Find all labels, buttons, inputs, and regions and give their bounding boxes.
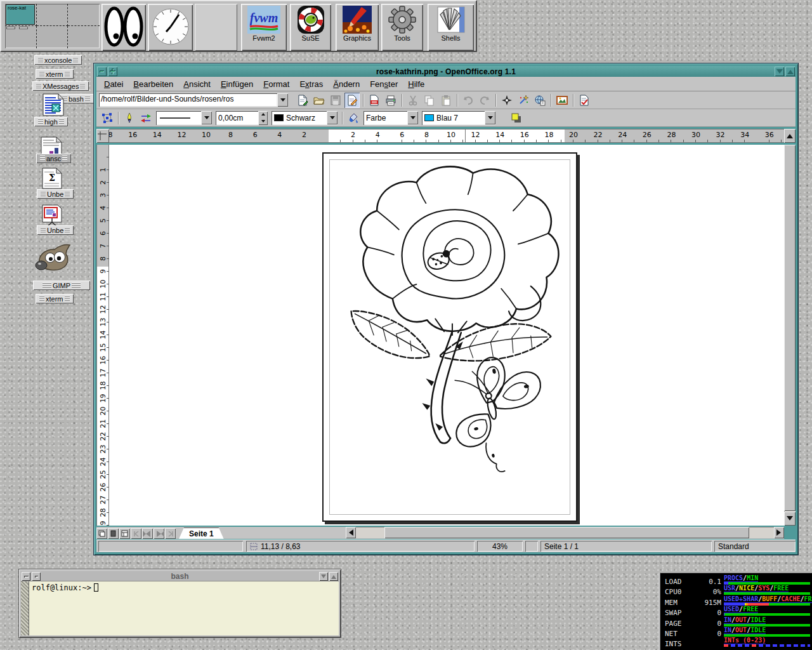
cut-button[interactable] bbox=[405, 93, 421, 108]
menu-fenster[interactable]: Fenster bbox=[365, 78, 403, 90]
menu-format[interactable]: Format bbox=[258, 78, 294, 90]
iconified-gimp[interactable] bbox=[33, 241, 77, 279]
terminal-title-bar[interactable]: bash bbox=[21, 571, 339, 581]
scroll-down-button[interactable] bbox=[784, 512, 796, 526]
terminal-screen[interactable]: rolf@linux:~> bbox=[21, 581, 339, 635]
hyperlink-button[interactable] bbox=[532, 93, 547, 108]
maximize-button[interactable] bbox=[329, 572, 338, 581]
window-stick-button[interactable] bbox=[108, 67, 117, 76]
master-view-button[interactable] bbox=[108, 528, 119, 539]
window-stick-button[interactable] bbox=[32, 572, 41, 581]
scroll-left-button[interactable] bbox=[346, 527, 356, 538]
gallery-button[interactable] bbox=[554, 93, 570, 108]
clock-applet[interactable] bbox=[148, 4, 193, 51]
line-color-select[interactable]: Schwarz bbox=[272, 111, 337, 125]
xeyes-applet[interactable] bbox=[102, 4, 146, 51]
menu-extras[interactable]: Extras bbox=[294, 78, 328, 90]
autopilot-button[interactable] bbox=[516, 93, 531, 108]
first-page-button[interactable] bbox=[131, 528, 141, 539]
title-bar[interactable]: rose-kathrin.png - OpenOffice.org 1.1 bbox=[96, 66, 796, 77]
maximize-button[interactable] bbox=[785, 67, 795, 76]
ruler-origin-button[interactable] bbox=[96, 129, 109, 143]
iconified-high[interactable]: high bbox=[34, 117, 68, 126]
iconified-math-doc[interactable]: Σ bbox=[41, 167, 63, 192]
window-menu-button[interactable] bbox=[97, 67, 107, 76]
menu-ansicht[interactable]: Ansicht bbox=[178, 78, 216, 90]
menu-einfgen[interactable]: Einfügen bbox=[216, 78, 258, 90]
fill-color-dropdown[interactable] bbox=[485, 111, 495, 124]
fill-style-dropdown[interactable] bbox=[407, 111, 418, 124]
vertical-scrollbar[interactable] bbox=[784, 145, 796, 526]
copy-button[interactable] bbox=[422, 93, 437, 108]
pager-desk-6[interactable] bbox=[68, 26, 100, 48]
fill-style-value[interactable]: Farbe bbox=[363, 114, 407, 123]
check-document-button[interactable] bbox=[577, 93, 592, 108]
next-page-button[interactable] bbox=[154, 528, 164, 539]
horizontal-scrollbar[interactable] bbox=[346, 527, 784, 539]
line-style-select[interactable] bbox=[156, 111, 212, 125]
drawing-canvas[interactable] bbox=[109, 145, 784, 526]
horizontal-ruler[interactable]: 1816141210864224681012141618202224262830… bbox=[109, 129, 784, 143]
line-color-dropdown[interactable] bbox=[327, 111, 337, 124]
status-style-cell[interactable]: Standard bbox=[714, 541, 796, 552]
scroll-right-button[interactable] bbox=[774, 527, 784, 538]
pager-mini-window[interactable]: rose-kat bbox=[6, 4, 35, 25]
terminal-scrollbar[interactable] bbox=[21, 581, 29, 635]
pager-desk-2[interactable] bbox=[37, 4, 69, 26]
line-pen-button[interactable] bbox=[122, 110, 137, 126]
pager-desk-3[interactable] bbox=[68, 4, 100, 26]
iconified-ansc[interactable]: ansc bbox=[36, 154, 71, 163]
redo-button[interactable] bbox=[477, 93, 492, 108]
status-zoom-cell[interactable]: 43% bbox=[477, 541, 523, 552]
launcher-suse[interactable]: SuSE bbox=[290, 4, 331, 51]
window-menu-button[interactable] bbox=[22, 572, 30, 581]
menu-datei[interactable]: Datei bbox=[99, 78, 128, 90]
document-page[interactable] bbox=[322, 152, 577, 522]
page-view-button[interactable] bbox=[96, 528, 107, 539]
prev-page-button[interactable] bbox=[142, 528, 153, 539]
open-button[interactable] bbox=[311, 93, 327, 108]
iconified-unbenannt-2[interactable]: Unbe bbox=[37, 225, 74, 235]
launcher-graphics[interactable]: Graphics bbox=[336, 4, 379, 51]
fill-button[interactable] bbox=[346, 110, 361, 126]
url-input[interactable]: /home/rolf/Bilder-und-Sounds/rosen/ros bbox=[99, 93, 277, 107]
iconified-xterm-2[interactable]: xterm bbox=[36, 294, 74, 303]
iconified-writer-doc[interactable] bbox=[42, 93, 65, 119]
launcher-tools[interactable]: Tools bbox=[381, 4, 423, 51]
layer-view-button[interactable] bbox=[119, 528, 130, 539]
edit-file-button[interactable] bbox=[344, 93, 360, 108]
iconify-button[interactable] bbox=[775, 67, 784, 76]
menu-hilfe[interactable]: Hilfe bbox=[403, 78, 429, 90]
menu-ndern[interactable]: Ändern bbox=[328, 78, 365, 90]
fill-color-select[interactable]: Blau 7 bbox=[422, 111, 495, 125]
pager-desk-1[interactable]: rose-kat bbox=[5, 4, 37, 26]
url-combobox[interactable]: /home/rolf/Bilder-und-Sounds/rosen/ros bbox=[99, 93, 288, 107]
vertical-ruler[interactable]: 1234567891011121314151617181920212223242… bbox=[96, 145, 109, 526]
line-width-spinner[interactable]: 0,00cm bbox=[216, 111, 268, 125]
undo-button[interactable] bbox=[461, 93, 476, 108]
print-button[interactable] bbox=[383, 93, 398, 108]
iconified-xconsole[interactable]: xconsole bbox=[34, 55, 82, 65]
fill-style-select[interactable]: Farbe bbox=[363, 111, 418, 125]
horizontal-scrollbar-track[interactable] bbox=[356, 527, 774, 538]
page-tab-seite-1[interactable]: Seite 1 bbox=[179, 527, 224, 539]
edit-points-button[interactable] bbox=[100, 110, 115, 126]
url-dropdown-button[interactable] bbox=[277, 93, 288, 107]
iconified-gimp-label[interactable]: GIMP bbox=[33, 281, 90, 290]
launcher-shells[interactable]: Shells bbox=[428, 4, 474, 51]
new-document-button[interactable] bbox=[295, 93, 310, 108]
paste-button[interactable] bbox=[438, 93, 454, 108]
horizontal-scrollbar-thumb[interactable] bbox=[384, 527, 749, 538]
last-page-button[interactable] bbox=[165, 528, 176, 539]
launcher-fvwm2[interactable]: fvwm Fvwm2 bbox=[241, 4, 287, 51]
iconify-button[interactable] bbox=[319, 572, 328, 581]
save-button[interactable] bbox=[328, 93, 343, 108]
spinner-buttons[interactable] bbox=[258, 111, 268, 125]
pager-desk-5[interactable] bbox=[37, 26, 69, 48]
navigator-button[interactable] bbox=[499, 93, 514, 108]
pager-desk-4[interactable] bbox=[5, 26, 37, 48]
iconified-unbenannt-1[interactable]: Unbe bbox=[37, 189, 74, 199]
line-width-value[interactable]: 0,00cm bbox=[216, 114, 258, 123]
desktop-pager[interactable]: rose-kat bbox=[5, 4, 100, 48]
iconified-xterm-1[interactable]: xterm bbox=[36, 69, 74, 79]
